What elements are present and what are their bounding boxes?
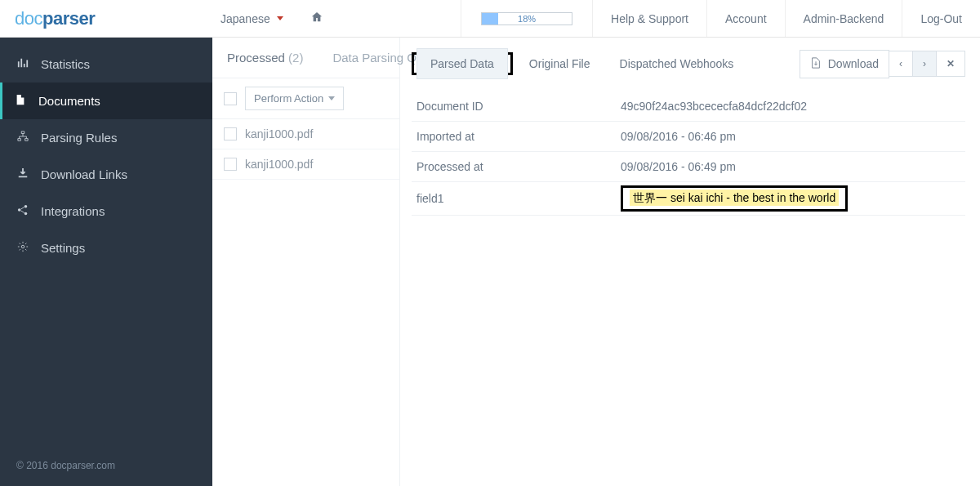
parsed-data-table: Document ID 49c90f24ac93bcececfa84dcf22d… xyxy=(412,91,965,216)
language-select[interactable]: Japanese xyxy=(220,12,283,25)
download-icon xyxy=(16,167,29,181)
sidebar-item-settings[interactable]: Settings xyxy=(0,230,212,266)
table-row: Document ID 49c90f24ac93bcececfa84dcf22d… xyxy=(412,91,965,122)
row-checkbox[interactable] xyxy=(224,127,237,140)
admin-backend-link[interactable]: Admin-Backend xyxy=(785,0,902,37)
svg-point-1 xyxy=(24,205,28,208)
sidebar-item-label: Settings xyxy=(41,241,85,255)
progress-label: 18% xyxy=(482,13,572,25)
detail-actions: Download ‹ › ✕ xyxy=(800,50,965,78)
field-value: 09/08/2016 - 06:49 pm xyxy=(616,152,965,182)
share-icon xyxy=(16,204,29,218)
download-icon xyxy=(810,57,822,71)
sidebar-item-label: Integrations xyxy=(41,204,105,218)
chevron-left-icon: ‹ xyxy=(899,58,902,69)
progress-bar-track: 18% xyxy=(481,12,572,25)
file-icon xyxy=(14,94,27,108)
tab-processed[interactable]: Processed (2) xyxy=(212,51,318,65)
field-key: Imported at xyxy=(412,122,616,152)
account-link[interactable]: Account xyxy=(706,0,785,37)
detail-panel: Parsed Data Original File Dispatched Web… xyxy=(400,38,980,486)
language-label: Japanese xyxy=(220,12,270,25)
prev-button[interactable]: ‹ xyxy=(889,51,913,77)
field-value: 世界一 sei kai ichi - the best in the world xyxy=(630,189,839,206)
sidebar-item-download-links[interactable]: Download Links xyxy=(0,156,212,193)
field-value-cell: 世界一 sei kai ichi - the best in the world xyxy=(616,182,965,216)
sidebar: Statistics Documents Parsing Rules Downl… xyxy=(0,38,212,486)
detail-topbar: Parsed Data Original File Dispatched Web… xyxy=(412,49,965,78)
home-icon[interactable] xyxy=(311,11,323,25)
highlight-box: Parsed Data xyxy=(412,52,513,75)
document-name: kanji1000.pdf xyxy=(245,127,313,140)
field-key: Document ID xyxy=(412,91,616,122)
help-support-link[interactable]: Help & Support xyxy=(592,0,706,37)
sidebar-footer: © 2016 docparser.com xyxy=(0,445,212,486)
document-row[interactable]: kanji1000.pdf xyxy=(212,119,399,149)
sidebar-item-label: Download Links xyxy=(41,167,127,181)
usage-progress: 18% xyxy=(461,0,592,37)
field-value: 09/08/2016 - 06:46 pm xyxy=(616,122,965,152)
table-row: field1 世界一 sei kai ichi - the best in th… xyxy=(412,182,965,216)
row-checkbox[interactable] xyxy=(224,158,237,171)
tab-count: (2) xyxy=(288,51,303,65)
perform-action-dropdown[interactable]: Perform Action xyxy=(245,87,344,110)
documents-tabs: Processed (2) Data Parsing Q xyxy=(212,38,399,78)
caret-down-icon xyxy=(277,16,283,20)
table-row: Processed at 09/08/2016 - 06:49 pm xyxy=(412,152,965,182)
document-row[interactable]: kanji1000.pdf xyxy=(212,149,399,180)
sidebar-item-label: Parsing Rules xyxy=(41,131,117,145)
svg-point-0 xyxy=(18,208,21,212)
logo-part1: doc xyxy=(15,8,42,29)
subtab-original-file[interactable]: Original File xyxy=(516,49,604,78)
logo-part2: parser xyxy=(42,8,95,29)
close-icon: ✕ xyxy=(947,58,955,69)
sitemap-icon xyxy=(16,131,29,145)
table-row: Imported at 09/08/2016 - 06:46 pm xyxy=(412,122,965,152)
action-row: Perform Action xyxy=(212,78,399,119)
download-label: Download xyxy=(828,57,879,70)
download-button[interactable]: Download xyxy=(800,50,889,78)
tab-label: Processed xyxy=(227,51,285,65)
document-name: kanji1000.pdf xyxy=(245,158,313,171)
field-value: 49c90f24ac93bcececfa84dcf22dcf02 xyxy=(616,91,965,122)
next-button[interactable]: › xyxy=(912,51,937,77)
caret-down-icon xyxy=(328,96,335,100)
top-bar: docparser Japanese 18% Help & Support Ac… xyxy=(0,0,980,38)
select-all-checkbox[interactable] xyxy=(224,92,237,105)
chevron-right-icon: › xyxy=(923,58,926,69)
sidebar-item-statistics[interactable]: Statistics xyxy=(0,46,212,82)
svg-point-3 xyxy=(21,245,24,248)
topbar-right: 18% Help & Support Account Admin-Backend… xyxy=(461,0,980,37)
perform-action-label: Perform Action xyxy=(254,92,323,105)
documents-column: Processed (2) Data Parsing Q Perform Act… xyxy=(212,38,400,486)
subtab-parsed-data[interactable]: Parsed Data xyxy=(416,48,508,79)
detail-subtabs: Parsed Data Original File Dispatched Web… xyxy=(412,49,746,78)
sidebar-item-documents[interactable]: Documents xyxy=(0,82,212,119)
sidebar-item-integrations[interactable]: Integrations xyxy=(0,193,212,230)
topbar-left: Japanese xyxy=(212,11,323,25)
svg-point-2 xyxy=(24,212,28,216)
close-button[interactable]: ✕ xyxy=(936,51,965,77)
highlight-box: 世界一 sei kai ichi - the best in the world xyxy=(621,185,848,212)
subtab-dispatched-webhooks[interactable]: Dispatched Webhooks xyxy=(607,49,747,78)
field-key: field1 xyxy=(412,182,616,216)
gear-icon xyxy=(16,241,29,255)
logout-link[interactable]: Log-Out xyxy=(902,0,980,37)
field-key: Processed at xyxy=(412,152,616,182)
logo: docparser xyxy=(0,8,212,29)
bar-chart-icon xyxy=(16,57,29,71)
sidebar-item-label: Statistics xyxy=(41,57,90,71)
sidebar-item-label: Documents xyxy=(38,94,100,108)
sidebar-item-parsing-rules[interactable]: Parsing Rules xyxy=(0,119,212,156)
